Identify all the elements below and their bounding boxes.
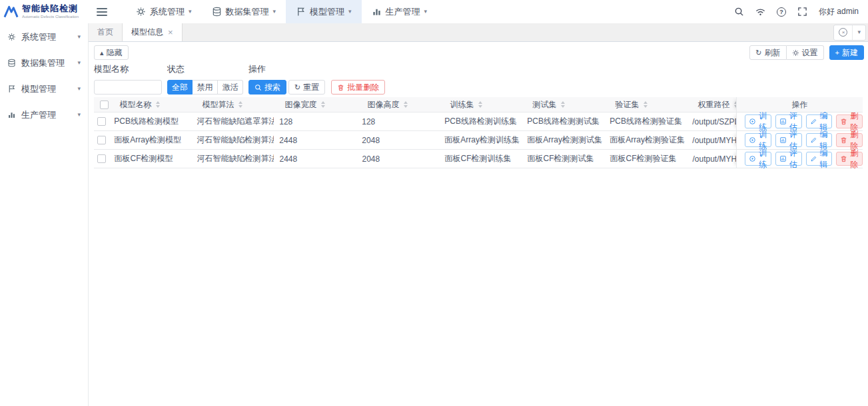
column-header-image-width[interactable]: 图像宽度 <box>280 99 362 110</box>
edit-button[interactable]: 编辑 <box>806 133 833 147</box>
hide-filters-button[interactable]: ▴ 隐藏 <box>94 45 129 60</box>
evaluate-button[interactable]: 评估 <box>775 133 802 147</box>
chevron-down-icon: ▾ <box>273 9 276 15</box>
nav-item-production[interactable]: 生产管理 ▾ <box>362 0 438 23</box>
delete-button[interactable]: 删除 <box>836 114 863 128</box>
wifi-icon[interactable] <box>755 7 765 17</box>
help-icon[interactable]: ? <box>777 7 786 17</box>
analysis-icon <box>779 118 787 125</box>
sidebar-item-dataset[interactable]: 数据集管理 ▾ <box>0 50 88 76</box>
nav-item-system[interactable]: 系统管理 ▾ <box>126 0 202 23</box>
tabs-bar: 首页 模型信息 × × ▾ <box>89 23 868 42</box>
play-icon <box>749 118 756 125</box>
gear-icon <box>792 49 799 57</box>
flag-icon <box>296 7 306 17</box>
search-icon <box>254 84 262 91</box>
edit-button[interactable]: 编辑 <box>806 114 833 128</box>
sidebar-item-model[interactable]: 模型管理 ▾ <box>0 76 88 102</box>
chevron-down-icon: ▾ <box>77 86 81 92</box>
trash-icon <box>840 155 847 162</box>
user-greeting[interactable]: 你好 admin <box>819 6 859 17</box>
sort-icon[interactable] <box>156 101 160 108</box>
batch-delete-button[interactable]: 批量删除 <box>331 80 385 95</box>
tabs-options: × ▾ <box>833 25 866 41</box>
sort-icon[interactable] <box>644 101 648 108</box>
cell-image-width: 2448 <box>274 154 356 164</box>
delete-button[interactable]: 删除 <box>836 152 863 166</box>
sidebar-item-label: 模型管理 <box>21 83 56 95</box>
trash-icon <box>337 84 344 91</box>
filter-actions-label: 操作 <box>248 63 385 75</box>
toolbar-row: ▴ 隐藏 ↻ 刷新 设置 + <box>94 45 863 60</box>
row-checkbox[interactable] <box>97 117 106 126</box>
cell-validate-set: 面板CF检测验证集 <box>604 153 687 164</box>
evaluate-button[interactable]: 评估 <box>775 114 802 128</box>
sort-icon[interactable] <box>238 101 242 108</box>
chart-icon <box>372 7 382 17</box>
logo-subtitle: Automatic Defects Classification <box>22 15 79 19</box>
cell-test-set: 面板Array检测测试集 <box>522 134 604 146</box>
sidebar-item-system[interactable]: 系统管理 ▾ <box>0 24 88 50</box>
database-icon <box>212 7 222 17</box>
cell-image-height: 2048 <box>356 154 439 164</box>
play-icon <box>749 136 756 144</box>
close-icon[interactable]: × <box>168 28 173 37</box>
nav-item-dataset[interactable]: 数据集管理 ▾ <box>202 0 286 23</box>
sort-icon[interactable] <box>561 101 565 108</box>
column-header-algorithm[interactable]: 模型算法 <box>197 99 280 110</box>
cell-algorithm: 河石智能缺陷检测算法(CA50) <box>191 134 274 146</box>
gear-icon <box>136 7 146 17</box>
status-disabled-button[interactable]: 禁用 <box>193 80 218 95</box>
refresh-button[interactable]: ↻ 刷新 <box>749 45 786 60</box>
row-checkbox[interactable] <box>97 136 106 144</box>
chevron-down-icon[interactable]: ▾ <box>852 25 865 40</box>
column-header-test-set[interactable]: 测试集 <box>528 99 610 110</box>
chevron-down-icon: ▾ <box>348 9 352 15</box>
cell-weight-path: /output/SZPD-071 <box>687 117 736 126</box>
nav-item-label: 模型管理 <box>310 6 344 18</box>
caret-up-icon: ▴ <box>100 49 104 57</box>
status-all-button[interactable]: 全部 <box>167 80 193 95</box>
sort-icon[interactable] <box>321 101 325 108</box>
cell-image-width: 2448 <box>274 136 356 145</box>
sidebar-item-production[interactable]: 生产管理 ▾ <box>0 102 88 128</box>
search-icon[interactable] <box>734 7 744 17</box>
evaluate-button[interactable]: 评估 <box>775 152 802 166</box>
model-name-input[interactable] <box>94 80 162 95</box>
train-button[interactable]: 训练 <box>745 152 771 166</box>
refresh-icon: ↻ <box>755 49 761 57</box>
status-active-button[interactable]: 激活 <box>218 80 243 95</box>
sort-icon[interactable] <box>404 101 408 108</box>
column-header-validate-set[interactable]: 验证集 <box>610 99 693 110</box>
nav-item-label: 生产管理 <box>386 6 420 18</box>
column-header-train-set[interactable]: 训练集 <box>445 99 528 110</box>
database-icon <box>7 59 16 67</box>
sort-icon[interactable] <box>478 101 482 108</box>
column-header-model-name[interactable]: 模型名称 <box>115 99 197 110</box>
delete-button[interactable]: 删除 <box>836 133 863 147</box>
chevron-down-icon: ▾ <box>77 60 81 66</box>
column-header-weight-path[interactable]: 权重路径 <box>693 99 736 110</box>
reset-button[interactable]: ↻ 重置 <box>288 80 325 95</box>
fullscreen-icon[interactable] <box>797 7 807 17</box>
cell-validate-set: PCB线路检测验证集 <box>604 116 687 127</box>
chevron-down-icon: ▾ <box>189 9 192 15</box>
row-actions: 训练 评估 编辑 删除 <box>736 150 863 168</box>
select-all-checkbox[interactable] <box>100 101 109 109</box>
edit-button[interactable]: 编辑 <box>806 152 833 166</box>
train-button[interactable]: 训练 <box>745 133 771 147</box>
main-content: ▴ 隐藏 ↻ 刷新 设置 + <box>89 42 868 406</box>
train-button[interactable]: 训练 <box>745 114 771 128</box>
column-header-image-height[interactable]: 图像高度 <box>362 99 445 110</box>
row-checkbox[interactable] <box>97 154 106 163</box>
create-button[interactable]: + 新建 <box>829 45 864 60</box>
tab-home[interactable]: 首页 <box>89 23 123 41</box>
hamburger-menu-icon[interactable] <box>89 0 115 23</box>
search-button[interactable]: 搜索 <box>248 80 286 95</box>
cell-validate-set: 面板Array检测验证集 <box>604 134 687 146</box>
tab-model-info[interactable]: 模型信息 × <box>123 23 183 41</box>
pencil-icon <box>810 118 817 125</box>
tabs-clear-icon[interactable]: × <box>834 25 852 40</box>
nav-item-model[interactable]: 模型管理 ▾ <box>286 0 362 23</box>
settings-button[interactable]: 设置 <box>787 45 824 60</box>
